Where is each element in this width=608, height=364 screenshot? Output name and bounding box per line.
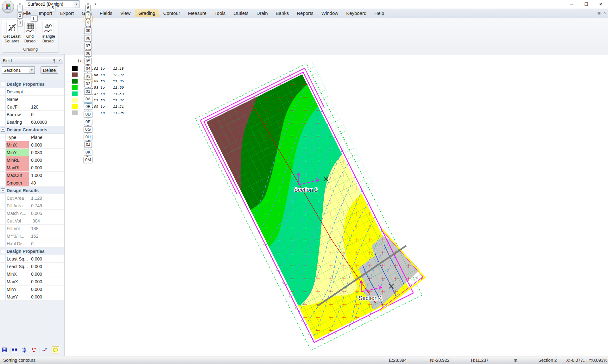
- property-row[interactable]: MaxY 0.000: [0, 293, 64, 301]
- row-gutter: −: [0, 187, 6, 194]
- keytip: 0D: [84, 111, 92, 117]
- property-value[interactable]: 0.005: [29, 211, 64, 216]
- property-row[interactable]: M**3/H... 162: [0, 232, 64, 240]
- row-gutter: [0, 149, 6, 156]
- property-row[interactable]: Match A... 0.005: [0, 210, 64, 217]
- row-gutter: [0, 255, 6, 262]
- property-label: M**3/H...: [6, 232, 29, 240]
- menu-tab[interactable]: View: [117, 9, 134, 17]
- property-value[interactable]: 0.000: [29, 279, 64, 284]
- property-row[interactable]: MinX 0.000: [0, 270, 64, 278]
- legend-range-hi: 11.21: [108, 104, 124, 109]
- menu-tab[interactable]: Help: [371, 9, 388, 17]
- property-value[interactable]: 0.000: [29, 256, 64, 261]
- menu-tab[interactable]: Tools: [211, 9, 229, 17]
- menu-tab[interactable]: Drain: [253, 9, 271, 17]
- property-row[interactable]: Haul Dis... 0: [0, 240, 64, 248]
- app-menu-orb[interactable]: [2, 1, 14, 13]
- property-row[interactable]: Cut Area 1.129: [0, 194, 64, 202]
- mdi-close-button[interactable]: ✕: [603, 11, 606, 15]
- property-row[interactable]: Least Sq... 0.000: [0, 255, 64, 263]
- property-label: MinX: [6, 270, 29, 278]
- surface-selector[interactable]: Surface2 (Design) ▼ 5: [26, 0, 79, 8]
- property-label: Fill Vol: [6, 225, 29, 232]
- property-value[interactable]: -304: [29, 218, 64, 223]
- property-row[interactable]: MaxX 0.000: [0, 278, 64, 286]
- row-gutter: [0, 278, 6, 285]
- property-label: MinY: [6, 286, 29, 293]
- property-row[interactable]: Fill Vol 188: [0, 225, 64, 232]
- property-value[interactable]: 0.749: [29, 203, 64, 208]
- map-canvas[interactable]: Legend 12.02 to 12.18 11.85 to 12.02 11.…: [65, 54, 608, 356]
- property-row[interactable]: Cut Vol -304: [0, 217, 64, 225]
- property-value[interactable]: 0.000: [29, 264, 64, 269]
- menu-tab[interactable]: Reports: [293, 9, 317, 17]
- keytip: 5: [50, 5, 55, 11]
- status-height: H:11.237: [471, 358, 489, 363]
- menu-tab[interactable]: Outlets: [230, 9, 252, 17]
- toolbar-separator: [20, 348, 20, 353]
- mdi-restore-button[interactable]: ▣: [597, 11, 600, 15]
- qat-overflow-chevron[interactable]: ▾: [95, 0, 96, 6]
- close-button[interactable]: ✕: [593, 0, 608, 8]
- row-gutter: [0, 156, 6, 164]
- property-label: Design Results: [6, 187, 39, 194]
- keytip: 04: [84, 66, 92, 72]
- property-value[interactable]: 40: [29, 180, 64, 185]
- collapse-icon[interactable]: −: [1, 188, 5, 192]
- property-label: Least Sq...: [6, 255, 29, 262]
- property-row[interactable]: MinY 0.000: [0, 286, 64, 293]
- property-value[interactable]: 0.000: [29, 272, 64, 277]
- row-gutter: [0, 232, 6, 240]
- property-row[interactable]: − Design Properties: [0, 248, 64, 255]
- menu-tab[interactable]: Contour: [160, 9, 183, 17]
- mdi-minimize-button[interactable]: ─: [593, 11, 595, 15]
- minimize-button[interactable]: ─: [564, 0, 579, 8]
- property-value[interactable]: 0.000: [29, 294, 64, 299]
- collapse-icon[interactable]: −: [1, 82, 5, 86]
- row-gutter: [0, 210, 6, 217]
- property-value[interactable]: 0.000: [29, 287, 64, 292]
- qat-button[interactable]: ✳ 6: [84, 0, 92, 8]
- property-label: Fill Area: [6, 202, 29, 209]
- menu-tab[interactable]: Window: [318, 9, 342, 17]
- collapse-icon[interactable]: −: [1, 128, 5, 132]
- menu-tab[interactable]: Keyboard: [343, 9, 370, 17]
- section-profile-icon[interactable]: [41, 347, 48, 353]
- restore-button[interactable]: ❐: [579, 0, 593, 8]
- property-value[interactable]: 0.000: [29, 165, 64, 170]
- row-gutter: [0, 96, 6, 103]
- property-value[interactable]: 0: [29, 241, 64, 246]
- list-view-icon[interactable]: [12, 347, 17, 353]
- property-row[interactable]: − Design Results: [0, 187, 64, 194]
- grid-view-icon[interactable]: [2, 347, 8, 353]
- field-boundary-icon[interactable]: [52, 346, 59, 354]
- chevron-down-icon[interactable]: ▼: [74, 1, 79, 8]
- property-row[interactable]: MaxCut 1.000: [0, 172, 64, 179]
- keytip: 9: [85, 20, 91, 26]
- qat-button[interactable]: ▯ 1: [16, 0, 23, 8]
- property-row[interactable]: Smooth 40: [0, 179, 64, 187]
- property-row[interactable]: Least Sq... 0.000: [0, 263, 64, 270]
- survey-points-icon[interactable]: [31, 347, 37, 353]
- panel-view-toolbar: [0, 345, 64, 355]
- property-row[interactable]: MaxRL 0.000: [0, 164, 64, 172]
- row-gutter: [0, 263, 6, 270]
- property-value[interactable]: 188: [29, 226, 64, 231]
- keytip: 0B: [84, 104, 92, 110]
- menu-tab[interactable]: Banks: [272, 9, 293, 17]
- property-value[interactable]: 1.129: [29, 196, 64, 201]
- menu-tab[interactable]: Fields: [96, 9, 116, 17]
- row-gutter: [0, 118, 6, 126]
- property-value[interactable]: 162: [29, 234, 64, 239]
- field-map[interactable]: Section 2 Section 1: [65, 54, 608, 356]
- property-value[interactable]: 1.000: [29, 173, 64, 178]
- keytip: 7: [85, 12, 91, 19]
- property-row[interactable]: Fill Area 0.749: [0, 202, 64, 210]
- property-label: Match A...: [6, 210, 29, 217]
- menu-tab[interactable]: Measure: [185, 9, 210, 17]
- row-gutter: [0, 172, 6, 179]
- point-settings-icon[interactable]: [22, 347, 27, 353]
- menu-tab[interactable]: Grading: [135, 9, 159, 17]
- collapse-icon[interactable]: −: [1, 249, 5, 253]
